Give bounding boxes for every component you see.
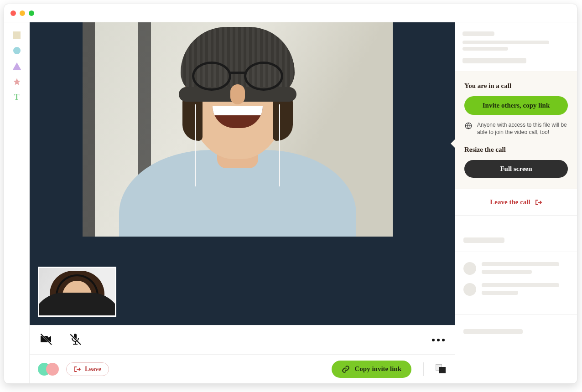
star-tool[interactable] [12, 77, 21, 86]
call-controls [30, 325, 455, 354]
invite-others-button[interactable]: Invite others, copy link [464, 96, 568, 115]
app-window: T [4, 4, 577, 384]
camera-off-icon [40, 334, 52, 345]
right-panel: You are in a call Invite others, copy li… [455, 22, 577, 383]
toggle-camera-button[interactable] [40, 334, 52, 346]
svg-rect-4 [73, 344, 78, 345]
window-close-button[interactable] [10, 10, 16, 16]
text-icon: T [14, 93, 19, 102]
leave-call-button[interactable]: Leave the call [455, 189, 577, 216]
access-note-text: Anyone with access to this file will be … [477, 121, 568, 136]
layout-toggle-button[interactable] [436, 364, 447, 374]
dots-icon [432, 339, 435, 341]
avatar-placeholder [463, 283, 476, 296]
titlebar [4, 4, 577, 22]
text-tool[interactable]: T [12, 93, 21, 102]
link-icon [342, 365, 350, 373]
star-icon [13, 77, 21, 86]
list-item [463, 283, 569, 296]
square-icon [13, 31, 21, 39]
call-heading: You are in a call [464, 82, 568, 90]
window-minimize-button[interactable] [20, 10, 25, 16]
circle-tool[interactable] [12, 46, 21, 55]
leave-call-label: Leave the call [490, 198, 530, 206]
leave-label: Leave [85, 366, 101, 373]
svg-rect-3 [75, 341, 76, 344]
divider [423, 362, 424, 376]
participant-avatars[interactable] [38, 363, 59, 376]
window-zoom-button[interactable] [29, 10, 34, 16]
circle-icon [13, 47, 21, 54]
square-tool[interactable] [12, 31, 21, 40]
shape-toolbar: T [4, 22, 30, 383]
copy-invite-link-button[interactable]: Copy invite link [332, 361, 411, 378]
resize-heading: Resize the call [464, 146, 568, 154]
bottom-bar: Leave Copy invite link [30, 354, 455, 383]
self-video-thumbnail[interactable] [38, 267, 116, 317]
avatar-placeholder [463, 262, 476, 275]
leave-button[interactable]: Leave [66, 362, 109, 376]
access-note: Anyone with access to this file will be … [464, 121, 568, 136]
video-stage [30, 22, 455, 325]
main-column: Leave Copy invite link [30, 22, 455, 383]
copy-link-label: Copy invite link [354, 365, 401, 373]
call-info-section: You are in a call Invite others, copy li… [455, 72, 577, 189]
panel-section-placeholder [455, 216, 577, 252]
avatar [46, 363, 59, 376]
fullscreen-button[interactable]: Full screen [464, 160, 568, 178]
leave-icon [74, 366, 81, 372]
main-participant-video[interactable] [83, 22, 393, 237]
panel-footer-placeholder [455, 315, 577, 349]
triangle-icon [13, 62, 21, 70]
globe-icon [464, 122, 473, 130]
triangle-tool[interactable] [12, 62, 21, 71]
more-options-button[interactable] [432, 339, 445, 341]
list-item [463, 262, 569, 275]
panel-header-placeholder [455, 22, 577, 72]
toggle-mic-button[interactable] [70, 333, 81, 347]
mic-off-icon [70, 333, 81, 345]
leave-icon [535, 199, 542, 206]
panel-list-placeholder [455, 252, 577, 315]
